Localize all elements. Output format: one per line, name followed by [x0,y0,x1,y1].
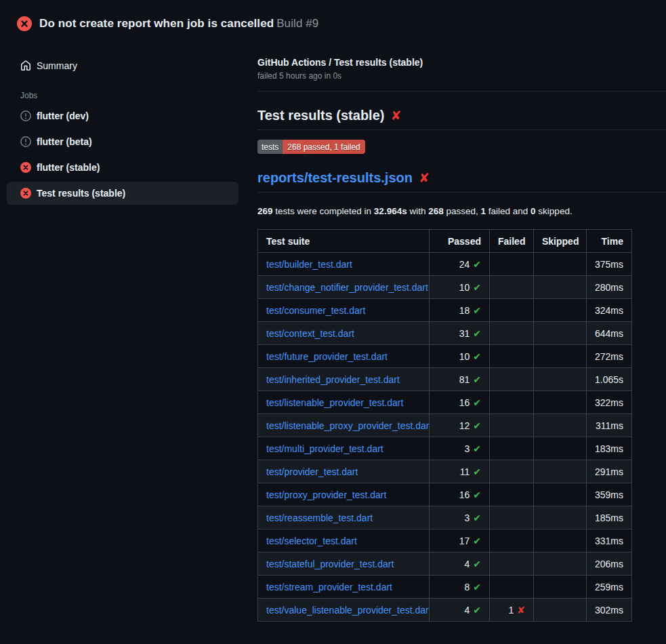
suite-link[interactable]: test/proxy_provider_test.dart [266,489,386,500]
check-icon: ✔ [473,329,481,338]
count-value: 1 [508,605,514,616]
column-header-skipped: Skipped [534,230,587,253]
suite-link[interactable]: test/value_listenable_provider_test.dart [266,605,430,616]
check-icon: ✔ [473,306,481,315]
sidebar-item-label: flutter (stable) [37,162,100,173]
skipped-cell [534,368,587,391]
suite-link[interactable]: test/listenable_proxy_provider_test.dart [266,420,430,431]
check-icon: ✔ [473,605,481,615]
skipped-cell [534,322,587,345]
main-panel: GitHub Actions / Test results (stable) f… [257,37,666,622]
failed-icon [20,188,31,199]
suite-cell: test/proxy_provider_test.dart [258,483,430,506]
suite-link[interactable]: test/listenable_provider_test.dart [266,397,403,408]
suite-link[interactable]: test/change_notifier_provider_test.dart [266,282,428,293]
suite-link[interactable]: test/inherited_provider_test.dart [266,374,400,385]
time-cell: 375ms [587,253,632,276]
suite-link[interactable]: test/multi_provider_test.dart [266,443,383,454]
failed-cell: 1✘ [490,599,534,622]
summary-segment: 32.964s [374,206,407,216]
count-value: 16 [459,489,470,500]
skipped-cell [534,437,587,460]
sidebar: Summary Jobs flutter (dev) flutter (beta… [0,37,257,205]
time-cell: 644ms [587,322,632,345]
column-header-time: Time [587,230,632,253]
suite-cell: test/builder_test.dart [258,253,430,276]
suite-link[interactable]: test/selector_test.dart [266,536,357,546]
table-row: test/inherited_provider_test.dart81✔1.06… [258,368,632,391]
section-heading: Test results (stable) ✘ [257,108,666,130]
summary-segment: skipped. [536,206,573,216]
summary-segment: 1 [481,206,486,216]
check-icon: ✔ [473,513,481,523]
passed-cell: 10✔ [430,276,490,299]
sidebar-item-flutter-dev[interactable]: flutter (dev) [7,104,238,127]
divider [257,91,666,92]
time-cell: 1.065s [587,368,632,391]
table-row: test/consumer_test.dart18✔324ms [258,299,632,322]
run-meta-text: failed 5 hours ago in 0s [257,71,666,81]
failed-cell [490,276,534,299]
time-cell: 324ms [587,299,632,322]
table-row: test/listenable_proxy_provider_test.dart… [258,414,632,437]
suite-link[interactable]: test/builder_test.dart [266,259,352,270]
sidebar-item-flutter-beta[interactable]: flutter (beta) [7,130,238,153]
suite-cell: test/provider_test.dart [258,460,430,483]
failed-cell [490,506,534,529]
skipped-cell [534,276,587,299]
suite-link[interactable]: test/stream_provider_test.dart [266,582,392,592]
check-icon: ✔ [473,582,481,592]
suite-cell: test/future_provider_test.dart [258,345,430,368]
table-row: test/context_test.dart31✔644ms [258,322,632,345]
check-icon: ✔ [473,559,481,569]
check-icon: ✔ [473,490,481,500]
breadcrumb: GitHub Actions / Test results (stable) [257,57,666,68]
suite-cell: test/change_notifier_provider_test.dart [258,276,430,299]
table-row: test/provider_test.dart11✔291ms [258,460,632,483]
skipped-cell [534,506,587,529]
sidebar-summary-label: Summary [37,60,77,71]
suite-link[interactable]: test/provider_test.dart [266,466,358,477]
time-cell: 272ms [587,345,632,368]
sidebar-item-label: flutter (beta) [37,136,92,147]
check-icon: ✔ [473,375,481,384]
suite-link[interactable]: test/reassemble_test.dart [266,512,373,523]
suite-link[interactable]: test/stateful_provider_test.dart [266,559,394,569]
time-cell: 302ms [587,599,632,622]
suite-cell: test/inherited_provider_test.dart [258,368,430,391]
suite-cell: test/multi_provider_test.dart [258,437,430,460]
count-value: 11 [460,466,470,477]
table-row: test/builder_test.dart24✔375ms [258,253,632,276]
count-value: 10 [459,351,470,362]
passed-cell: 11✔ [430,460,490,483]
time-cell: 185ms [587,506,632,529]
suite-cell: test/stateful_provider_test.dart [258,552,430,576]
column-header-test-suite: Test suite [258,230,430,253]
count-value: 4 [464,605,470,616]
sidebar-item-test-results-stable[interactable]: Test results (stable) [7,182,238,205]
run-title: Do not create report when job is cancell… [39,17,274,30]
time-cell: 259ms [587,576,632,599]
sidebar-item-flutter-stable[interactable]: flutter (stable) [7,156,238,179]
skipped-cell [534,299,587,322]
time-cell: 331ms [587,529,632,552]
suite-link[interactable]: test/future_provider_test.dart [266,351,388,362]
passed-cell: 31✔ [430,322,490,345]
suite-link[interactable]: test/consumer_test.dart [266,305,365,316]
table-row: test/future_provider_test.dart10✔272ms [258,345,632,368]
skipped-cell [534,253,587,276]
table-row: test/listenable_provider_test.dart16✔322… [258,391,632,414]
failed-cell [490,299,534,322]
sidebar-item-summary[interactable]: Summary [7,54,238,77]
report-heading: reports/test-results.json ✘ [257,170,666,193]
check-icon: ✔ [473,352,481,361]
tests-badge: tests 268 passed, 1 failed [257,140,365,154]
suite-link[interactable]: test/context_test.dart [266,328,354,339]
run-failed-icon [17,16,32,31]
count-value: 24 [459,259,470,270]
report-file-link[interactable]: reports/test-results.json [257,170,413,186]
count-value: 3 [464,443,470,454]
check-icon: ✔ [473,444,481,454]
failed-cell [490,460,534,483]
jobs-list: flutter (dev) flutter (beta) flutter (st… [7,104,238,205]
